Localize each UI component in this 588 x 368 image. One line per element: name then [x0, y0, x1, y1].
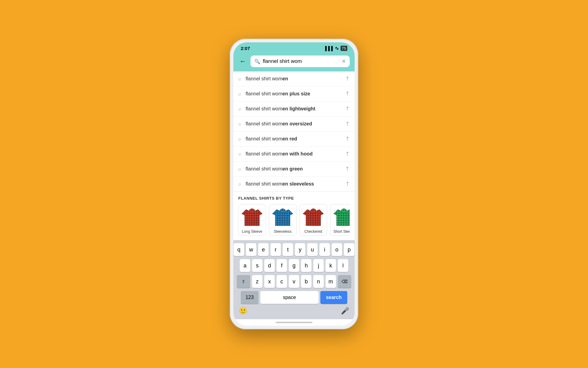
type-card-label: Long Sleeve [239, 228, 266, 236]
key-backspace[interactable]: ⌫ [338, 275, 351, 288]
key-x[interactable]: x [264, 275, 275, 288]
type-card-label: Sleeveless [269, 228, 296, 236]
search-icon: 🔍 [254, 59, 260, 64]
suggestion-item[interactable]: ⌕flannel shirt women plus size↙ [233, 86, 355, 102]
key-h[interactable]: h [301, 259, 311, 272]
suggestion-text: flannel shirt women lightweight [246, 106, 345, 112]
type-card-image [239, 205, 266, 228]
key-j[interactable]: j [313, 259, 324, 272]
key-p[interactable]: p [344, 243, 354, 256]
suggestion-item[interactable]: ⌕flannel shirt women with hood↙ [233, 147, 355, 162]
key-m[interactable]: m [326, 275, 336, 288]
suggestion-item[interactable]: ⌕flannel shirt women green↙ [233, 162, 355, 177]
key-search[interactable]: search [320, 291, 347, 304]
keyboard: qwertyuiop asdfghjkl ⇧zxcvbnm⌫ 123 space… [233, 240, 355, 319]
key-c[interactable]: c [277, 275, 287, 288]
type-section-title: FLANNEL SHIRTS BY TYPE [238, 196, 350, 201]
suggestion-item[interactable]: ⌕flannel shirt women↙ [233, 71, 355, 86]
keyboard-row-3: ⇧zxcvbnm⌫ [235, 275, 353, 288]
suggestion-item[interactable]: ⌕flannel shirt women oversized↙ [233, 117, 355, 132]
key-f[interactable]: f [277, 259, 287, 272]
clear-icon[interactable]: ✕ [341, 58, 346, 65]
suggestion-search-icon: ⌕ [238, 106, 241, 112]
keyboard-bottom-row: 123 space search [235, 291, 353, 304]
key-l[interactable]: l [338, 259, 348, 272]
key-s[interactable]: s [252, 259, 262, 272]
status-time: 2:07 [241, 46, 250, 51]
suggestion-text: flannel shirt women with hood [246, 151, 345, 157]
suggestion-search-icon: ⌕ [238, 166, 241, 172]
status-icons: ▐▐▐ ∿ 75 [324, 45, 347, 51]
key-k[interactable]: k [326, 259, 336, 272]
key-q[interactable]: q [234, 243, 244, 256]
suggestion-search-icon: ⌕ [238, 181, 241, 187]
home-indicator [233, 319, 355, 326]
suggestion-text: flannel shirt women sleeveless [246, 181, 345, 187]
wifi-icon: ∿ [335, 45, 339, 51]
key-a[interactable]: a [240, 259, 250, 272]
suggestion-search-icon: ⌕ [238, 136, 241, 142]
type-card[interactable]: Short Sleeve [330, 204, 350, 236]
type-cards: Long Sleeve Sleeveless [238, 204, 350, 237]
keyboard-row-1: qwertyuiop [235, 243, 353, 256]
key-u[interactable]: u [307, 243, 318, 256]
type-card[interactable]: Sleeveless [269, 204, 296, 236]
suggestion-search-icon: ⌕ [238, 76, 241, 82]
suggestion-text: flannel shirt women red [246, 136, 345, 142]
key-space[interactable]: space [260, 291, 318, 304]
key-i[interactable]: i [319, 243, 330, 256]
battery-icon: 75 [341, 46, 347, 51]
key-r[interactable]: r [270, 243, 281, 256]
emoji-key[interactable]: 🙂 [239, 307, 247, 315]
suggestion-text: flannel shirt women green [246, 166, 345, 172]
keyboard-accessory: 🙂 🎤 [235, 306, 353, 317]
phone-frame: 2:07 ▐▐▐ ∿ 75 ← 🔍 flannel shirt wom ✕ ⌕f… [230, 39, 358, 329]
suggestions-list: ⌕flannel shirt women↙⌕flannel shirt wome… [233, 71, 355, 192]
status-bar: 2:07 ▐▐▐ ∿ 75 [233, 42, 355, 53]
type-card-image [269, 205, 296, 228]
key-b[interactable]: b [301, 275, 311, 288]
key-g[interactable]: g [289, 259, 299, 272]
type-card[interactable]: Checkered [300, 204, 327, 236]
phone-screen: 2:07 ▐▐▐ ∿ 75 ← 🔍 flannel shirt wom ✕ ⌕f… [233, 42, 355, 326]
suggestion-search-icon: ⌕ [238, 121, 241, 127]
keyboard-row-2: asdfghjkl [235, 259, 353, 272]
type-card-label: Checkered [300, 228, 327, 236]
search-input[interactable]: flannel shirt wom [263, 58, 339, 64]
key-z[interactable]: z [252, 275, 262, 288]
type-section: FLANNEL SHIRTS BY TYPE Long Sleeve [233, 192, 355, 240]
home-bar [276, 322, 312, 323]
suggestion-item[interactable]: ⌕flannel shirt women lightweight↙ [233, 102, 355, 117]
suggestion-search-icon: ⌕ [238, 91, 241, 97]
suggestion-item[interactable]: ⌕flannel shirt women sleeveless↙ [233, 177, 355, 191]
suggestion-search-icon: ⌕ [238, 151, 241, 157]
suggestion-text: flannel shirt women plus size [246, 91, 345, 97]
key-e[interactable]: e [258, 243, 269, 256]
key-123[interactable]: 123 [241, 291, 258, 304]
mic-key[interactable]: 🎤 [341, 307, 349, 315]
key-v[interactable]: v [289, 275, 299, 288]
type-card[interactable]: Long Sleeve [238, 204, 266, 236]
key-y[interactable]: y [295, 243, 305, 256]
type-card-label: Short Sleeve [330, 228, 350, 236]
signal-icon: ▐▐▐ [324, 46, 333, 51]
key-o[interactable]: o [332, 243, 342, 256]
key-d[interactable]: d [264, 259, 275, 272]
search-bar-container: ← 🔍 flannel shirt wom ✕ [233, 53, 355, 71]
search-input-wrapper[interactable]: 🔍 flannel shirt wom ✕ [251, 56, 350, 67]
type-card-image [300, 205, 327, 228]
suggestion-item[interactable]: ⌕flannel shirt women red↙ [233, 132, 355, 147]
key-w[interactable]: w [246, 243, 256, 256]
key-n[interactable]: n [313, 275, 324, 288]
suggestion-text: flannel shirt women oversized [246, 121, 345, 127]
back-button[interactable]: ← [238, 56, 247, 67]
key-shift[interactable]: ⇧ [237, 275, 250, 288]
type-card-image [330, 205, 350, 228]
suggestion-text: flannel shirt women [246, 76, 345, 82]
key-t[interactable]: t [283, 243, 293, 256]
